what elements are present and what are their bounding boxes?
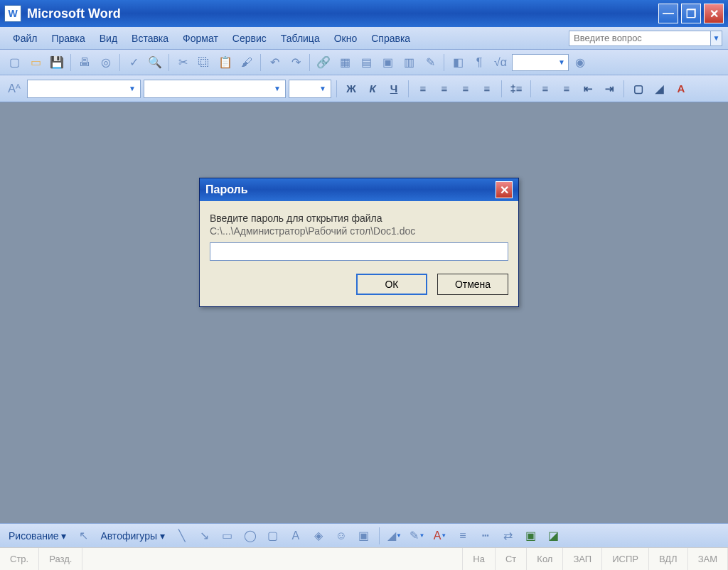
new-doc-icon[interactable]: ▢ <box>4 53 24 72</box>
save-icon[interactable]: 💾 <box>47 53 67 72</box>
hyperlink-icon[interactable]: 🔗 <box>314 53 333 72</box>
menu-file[interactable]: Файл <box>6 31 44 46</box>
menu-edit[interactable]: Правка <box>44 31 92 46</box>
format-painter-icon[interactable]: 🖌 <box>237 53 257 72</box>
app-title: Microsoft Word <box>27 6 121 21</box>
diagram-icon[interactable]: ◈ <box>309 526 328 546</box>
standard-toolbar: ▢ ▭ 💾 🖶 ◎ ✓ 🔍 ✂ ⿻ 📋 🖌 ↶ ↷ 🔗 ▦ ▤ ▣ ▥ ✎ ◧ … <box>0 50 728 75</box>
borders-icon[interactable]: ▢ <box>629 80 648 98</box>
close-button[interactable]: ✕ <box>704 4 724 23</box>
numbered-list-icon[interactable]: ≡ <box>536 80 555 98</box>
zoom-icon[interactable]: √α <box>491 53 510 72</box>
styles-pane-icon[interactable]: Aᴬ <box>4 79 24 99</box>
chevron-down-icon: ▼ <box>558 58 565 66</box>
menu-window[interactable]: Окно <box>327 31 365 46</box>
cancel-button[interactable]: Отмена <box>437 274 508 295</box>
password-input[interactable] <box>210 242 508 261</box>
app-icon: W <box>4 5 21 22</box>
password-dialog: Пароль ✕ Введите пароль для открытия фай… <box>199 178 519 307</box>
menu-insert[interactable]: Вставка <box>124 31 176 46</box>
arrow-style-icon[interactable]: ⇄ <box>498 526 518 546</box>
align-center-icon[interactable]: ≡ <box>435 80 454 98</box>
ok-button[interactable]: ОК <box>356 274 427 295</box>
status-col: Кол <box>527 548 563 570</box>
line-style-icon[interactable]: ≡ <box>453 526 473 546</box>
copy-icon[interactable]: ⿻ <box>194 53 214 72</box>
align-left-icon[interactable]: ≡ <box>414 80 432 98</box>
line-color-icon[interactable]: ✎▼ <box>407 526 427 546</box>
show-marks-icon[interactable]: ¶ <box>469 53 489 72</box>
font-color-draw-icon[interactable]: A▼ <box>430 526 450 546</box>
tables-borders-icon[interactable]: ▦ <box>335 53 355 72</box>
select-objects-icon[interactable]: ↖ <box>73 526 93 546</box>
status-ext: ВДЛ <box>649 548 688 570</box>
restore-button[interactable]: ❐ <box>681 4 701 23</box>
print-preview-icon[interactable]: ◎ <box>96 53 116 72</box>
spellcheck-icon[interactable]: ✓ <box>124 53 144 72</box>
style-combo[interactable]: ▼ <box>27 80 141 98</box>
help-icon[interactable]: ◉ <box>570 53 590 72</box>
paste-icon[interactable]: 📋 <box>215 53 235 72</box>
font-combo[interactable]: ▼ <box>144 80 286 98</box>
drawing-menu[interactable]: Рисование ▾ <box>4 530 70 542</box>
align-right-icon[interactable]: ≡ <box>456 80 475 98</box>
decrease-indent-icon[interactable]: ⇤ <box>579 80 597 98</box>
columns-icon[interactable]: ▥ <box>399 53 419 72</box>
autoshapes-menu[interactable]: Автофигуры ▾ <box>96 530 169 542</box>
cut-icon[interactable]: ✂ <box>173 53 193 72</box>
undo-icon[interactable]: ↶ <box>264 53 284 72</box>
wordart-icon[interactable]: A <box>286 526 306 546</box>
picture-icon[interactable]: ▣ <box>354 526 374 546</box>
align-justify-icon[interactable]: ≡ <box>478 80 496 98</box>
oval-icon[interactable]: ◯ <box>240 526 260 546</box>
status-page: Стр. <box>0 548 39 570</box>
italic-button[interactable]: К <box>363 80 382 98</box>
menu-format[interactable]: Формат <box>176 31 225 46</box>
line-spacing-icon[interactable]: ‡≡ <box>507 80 525 98</box>
menubar: Файл Правка Вид Вставка Формат Сервис Та… <box>0 27 728 50</box>
arrow-icon[interactable]: ↘ <box>195 526 215 546</box>
drawing-icon[interactable]: ✎ <box>420 53 440 72</box>
menu-help[interactable]: Справка <box>364 31 417 46</box>
dialog-prompt: Введите пароль для открытия файла <box>210 213 508 224</box>
doc-map-icon[interactable]: ◧ <box>448 53 468 72</box>
bold-button[interactable]: Ж <box>342 80 360 98</box>
fill-color-icon[interactable]: ◢▼ <box>385 526 405 546</box>
dialog-button-row: ОК Отмена <box>200 267 518 306</box>
help-search-dropdown[interactable]: ▼ <box>711 31 722 46</box>
underline-button[interactable]: Ч <box>385 80 403 98</box>
drawing-toolbar: Рисование ▾ ↖ Автофигуры ▾ ╲ ↘ ▭ ◯ ▢ A ◈… <box>0 523 728 547</box>
line-icon[interactable]: ╲ <box>172 526 192 546</box>
bulleted-list-icon[interactable]: ≡ <box>557 80 576 98</box>
help-search-input[interactable] <box>569 31 711 46</box>
menu-table[interactable]: Таблица <box>274 31 327 46</box>
textbox-icon[interactable]: ▢ <box>263 526 283 546</box>
increase-indent-icon[interactable]: ⇥ <box>600 80 619 98</box>
statusbar: Стр. Разд. На Ст Кол ЗАП ИСПР ВДЛ ЗАМ <box>0 547 728 570</box>
menu-view[interactable]: Вид <box>92 31 124 46</box>
formatting-toolbar: Aᴬ ▼ ▼ ▼ Ж К Ч ≡ ≡ ≡ ≡ ‡≡ ≡ ≡ ⇤ ⇥ ▢ ◢ A <box>0 75 728 102</box>
shadow-icon[interactable]: ▣ <box>521 526 541 546</box>
dash-style-icon[interactable]: ┅ <box>476 526 496 546</box>
clipart-icon[interactable]: ☺ <box>331 526 351 546</box>
redo-icon[interactable]: ↷ <box>286 53 306 72</box>
excel-icon[interactable]: ▣ <box>378 53 397 72</box>
dialog-close-button[interactable]: ✕ <box>496 181 513 198</box>
menu-tools[interactable]: Сервис <box>225 31 274 46</box>
print-icon[interactable]: 🖶 <box>75 53 95 72</box>
insert-table-icon[interactable]: ▤ <box>356 53 376 72</box>
open-icon[interactable]: ▭ <box>26 53 46 72</box>
font-color-icon[interactable]: A <box>672 80 690 98</box>
font-size-combo[interactable]: ▼ <box>289 80 331 98</box>
application-window: W Microsoft Word — ❐ ✕ Файл Правка Вид В… <box>0 0 728 570</box>
status-spacer <box>82 548 463 570</box>
status-rec: ЗАП <box>563 548 602 570</box>
dialog-title-text: Пароль <box>205 183 248 196</box>
highlight-icon[interactable]: ◢ <box>651 80 669 98</box>
chevron-down-icon: ▼ <box>124 85 136 92</box>
minimize-button[interactable]: — <box>658 4 678 23</box>
3d-icon[interactable]: ◪ <box>544 526 564 546</box>
zoom-combo[interactable]: ▼ <box>512 54 569 71</box>
rectangle-icon[interactable]: ▭ <box>218 526 237 546</box>
research-icon[interactable]: 🔍 <box>145 53 165 72</box>
